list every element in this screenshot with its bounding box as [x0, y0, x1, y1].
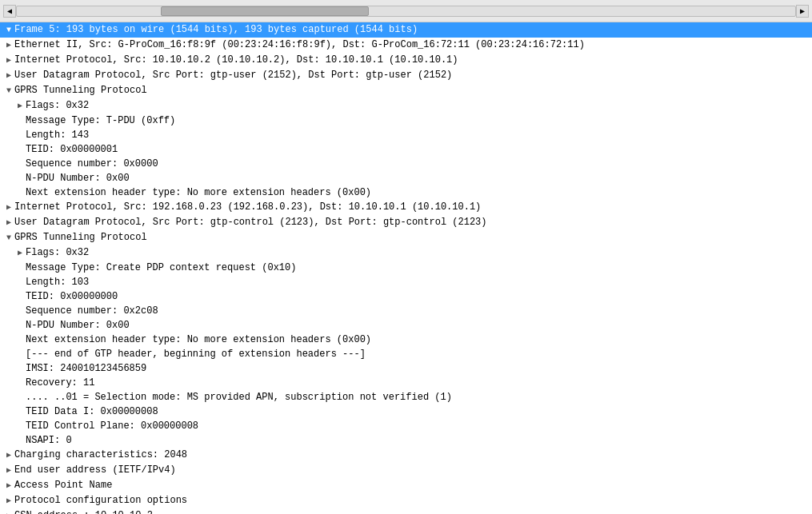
row-text: Frame 5: 193 bytes on wire (1544 bits), …: [14, 24, 418, 35]
packet-details-panel: ▼Frame 5: 193 bytes on wire (1544 bits),…: [0, 22, 812, 514]
detail-row-ip-outer[interactable]: ▶Internet Protocol, Src: 10.10.10.2 (10.…: [0, 53, 812, 68]
row-text: Internet Protocol, Src: 192.168.0.23 (19…: [14, 201, 481, 213]
row-text: Flags: 0x32: [26, 100, 89, 111]
detail-row-udp-inner[interactable]: ▶User Datagram Protocol, Src Port: gtp-c…: [0, 215, 812, 230]
expand-icon: ▶: [3, 480, 14, 492]
scroll-right-button[interactable]: ▶: [796, 5, 809, 18]
detail-row-gtp2-proto[interactable]: ▶Protocol configuration options: [0, 493, 812, 508]
detail-row-ethernet[interactable]: ▶Ethernet II, Src: G-ProCom_16:f8:9f (00…: [0, 38, 812, 53]
horizontal-scrollbar-track[interactable]: [16, 6, 796, 17]
row-text: TEID: 0x00000001: [26, 144, 118, 155]
row-text: IMSI: 240010123456859: [26, 363, 146, 374]
row-text: Next extension header type: No more exte…: [26, 334, 371, 345]
detail-row-gtp1-teid[interactable]: TEID: 0x00000001: [0, 142, 812, 157]
row-text: Message Type: T-PDU (0xff): [26, 115, 175, 126]
detail-row-gtp2[interactable]: ▼GPRS Tunneling Protocol: [0, 230, 812, 245]
expand-icon: ▶: [3, 70, 14, 82]
detail-row-gtp1[interactable]: ▼GPRS Tunneling Protocol: [0, 83, 812, 98]
row-text: End user address (IETF/IPv4): [14, 464, 176, 476]
row-text: Recovery: 11: [26, 377, 94, 388]
row-text: Charging characteristics: 2048: [14, 449, 187, 460]
expand-icon: ▶: [3, 201, 14, 214]
scroll-left-button[interactable]: ◀: [3, 5, 16, 18]
row-text: GPRS Tunneling Protocol: [14, 232, 147, 243]
row-text: User Datagram Protocol, Src Port: gtp-us…: [14, 70, 452, 81]
row-text: GSN address : 10.10.10.2: [14, 510, 153, 514]
detail-row-gtp2-gsn1[interactable]: ▶GSN address : 10.10.10.2: [0, 508, 812, 514]
detail-row-gtp2-npdu[interactable]: N-PDU Number: 0x00: [0, 318, 812, 333]
row-text: TEID Data I: 0x00000008: [26, 406, 158, 417]
row-text: Length: 143: [26, 129, 89, 141]
row-text: N-PDU Number: 0x00: [26, 320, 130, 331]
expand-icon: ▶: [14, 247, 26, 260]
detail-row-gtp2-nexthdr[interactable]: Next extension header type: No more exte…: [0, 333, 812, 347]
expand-icon: ▶: [3, 39, 14, 52]
detail-row-gtp2-charging[interactable]: ▶Charging characteristics: 2048: [0, 448, 812, 463]
expand-icon: ▶: [3, 449, 14, 462]
expand-icon: ▶: [3, 54, 14, 67]
row-text: N-PDU Number: 0x00: [26, 173, 130, 184]
row-text: Flags: 0x32: [26, 247, 89, 258]
row-text: .... ..01 = Selection mode: MS provided …: [26, 392, 452, 403]
detail-row-gtp1-nexthdr[interactable]: Next extension header type: No more exte…: [0, 185, 812, 200]
expand-icon: ▼: [3, 232, 14, 245]
detail-row-frame[interactable]: ▼Frame 5: 193 bytes on wire (1544 bits),…: [0, 22, 812, 38]
expand-icon: ▶: [3, 464, 14, 477]
detail-row-gtp2-recovery[interactable]: Recovery: 11: [0, 376, 812, 390]
detail-row-gtp2-teid-i[interactable]: TEID Data I: 0x00000008: [0, 404, 812, 419]
detail-row-udp-outer[interactable]: ▶User Datagram Protocol, Src Port: gtp-u…: [0, 68, 812, 83]
row-text: Ethernet II, Src: G-ProCom_16:f8:9f (00:…: [14, 39, 585, 50]
row-text: TEID: 0x00000000: [26, 291, 118, 302]
row-text: User Datagram Protocol, Src Port: gtp-co…: [14, 217, 487, 228]
row-text: [--- end of GTP header, beginning of ext…: [26, 349, 366, 360]
detail-row-gtp2-flags[interactable]: ▶Flags: 0x32: [0, 245, 812, 261]
row-text: Sequence number: 0x0000: [26, 158, 158, 169]
row-text: Next extension header type: No more exte…: [26, 187, 371, 198]
expand-icon: ▶: [3, 217, 14, 229]
row-text: GPRS Tunneling Protocol: [14, 85, 147, 96]
row-text: Access Point Name: [14, 480, 112, 491]
detail-row-gtp2-endheader[interactable]: [--- end of GTP header, beginning of ext…: [0, 347, 812, 361]
expand-icon: ▶: [3, 510, 14, 514]
detail-row-gtp2-nsapi[interactable]: NSAPI: 0: [0, 433, 812, 448]
row-text: TEID Control Plane: 0x00000008: [26, 420, 198, 432]
detail-row-gtp1-msgtype[interactable]: Message Type: T-PDU (0xff): [0, 114, 812, 128]
expand-icon: ▶: [14, 100, 26, 113]
row-text: NSAPI: 0: [26, 435, 72, 446]
top-scroll-bar[interactable]: ◀ ▶: [0, 0, 812, 22]
expand-icon: ▼: [3, 85, 14, 98]
row-text: Protocol configuration options: [14, 495, 187, 506]
detail-row-gtp1-seq[interactable]: Sequence number: 0x0000: [0, 157, 812, 171]
detail-row-gtp2-length[interactable]: Length: 103: [0, 275, 812, 289]
detail-row-gtp2-seq[interactable]: Sequence number: 0x2c08: [0, 304, 812, 318]
detail-row-gtp2-apn[interactable]: ▶Access Point Name: [0, 478, 812, 493]
row-text: Sequence number: 0x2c08: [26, 305, 158, 317]
detail-row-gtp2-enduser[interactable]: ▶End user address (IETF/IPv4): [0, 463, 812, 478]
detail-row-gtp2-teid[interactable]: TEID: 0x00000000: [0, 289, 812, 304]
detail-row-ip-inner[interactable]: ▶Internet Protocol, Src: 192.168.0.23 (1…: [0, 200, 812, 215]
detail-row-gtp1-npdu[interactable]: N-PDU Number: 0x00: [0, 171, 812, 185]
expand-icon: ▼: [3, 24, 14, 37]
detail-row-gtp1-length[interactable]: Length: 143: [0, 128, 812, 142]
expand-icon: ▶: [3, 495, 14, 508]
row-text: Internet Protocol, Src: 10.10.10.2 (10.1…: [14, 54, 458, 66]
detail-row-gtp2-msgtype[interactable]: Message Type: Create PDP context request…: [0, 261, 812, 275]
row-text: Message Type: Create PDP context request…: [26, 262, 296, 273]
detail-row-gtp2-teid-cp[interactable]: TEID Control Plane: 0x00000008: [0, 419, 812, 433]
horizontal-scrollbar-thumb[interactable]: [161, 6, 369, 16]
row-text: Length: 103: [26, 277, 89, 288]
detail-row-gtp2-imsi[interactable]: IMSI: 240010123456859: [0, 361, 812, 376]
detail-row-gtp2-selmode[interactable]: .... ..01 = Selection mode: MS provided …: [0, 390, 812, 404]
detail-row-gtp1-flags[interactable]: ▶Flags: 0x32: [0, 98, 812, 114]
